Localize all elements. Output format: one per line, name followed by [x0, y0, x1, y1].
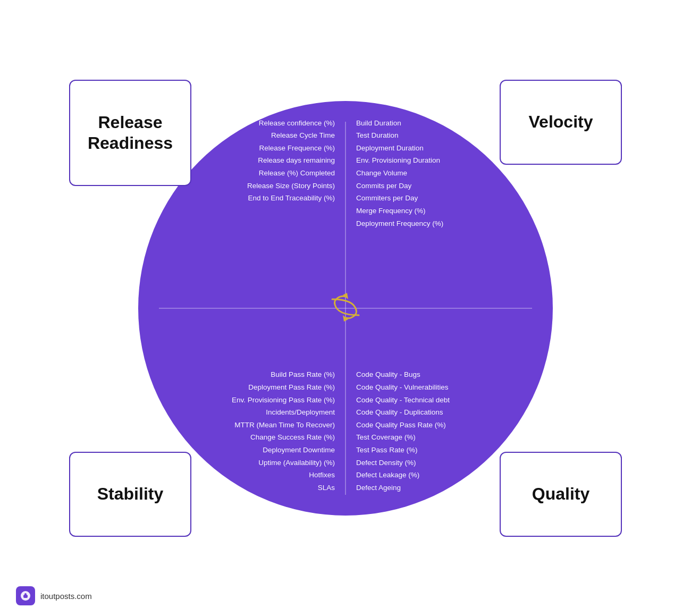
metric-v-9: Deployment Frequency (%): [356, 217, 443, 230]
velocity-label: Velocity: [529, 112, 593, 132]
metric-v-2: Test Duration: [356, 129, 399, 142]
metric-s-6: Change Success Rate (%): [250, 431, 335, 444]
corner-box-stability: Stability: [69, 452, 191, 537]
metric-s-7: Deployment Downtime: [263, 444, 335, 457]
metric-rr-5: Release (%) Completed: [259, 167, 335, 180]
metric-q-1: Code Quality - Bugs: [356, 368, 420, 381]
metric-v-7: Commiters per Day: [356, 192, 418, 205]
page-container: Release confidence (%) Release Cycle Tim…: [0, 0, 691, 616]
metric-s-8: Uptime (Availability) (%): [258, 457, 335, 469]
metric-v-1: Build Duration: [356, 117, 401, 130]
metric-q-3: Code Quality - Technical debt: [356, 394, 450, 407]
corner-box-release-readiness: Release Readiness: [69, 80, 191, 186]
metric-rr-7: End to End Traceability (%): [248, 192, 335, 205]
metric-q-4: Code Quality - Duplications: [356, 406, 443, 419]
metric-rr-1: Release confidence (%): [259, 117, 335, 130]
svg-rect-4: [24, 593, 27, 595]
metric-q-7: Test Pass Rate (%): [356, 444, 418, 457]
quality-label: Quality: [532, 484, 589, 504]
metric-v-8: Merge Frequency (%): [356, 205, 426, 217]
footer-domain: itoutposts.com: [40, 592, 92, 601]
metric-v-3: Deployment Duration: [356, 142, 424, 155]
metric-v-6: Commits per Day: [356, 180, 411, 192]
main-circle: Release confidence (%) Release Cycle Tim…: [138, 101, 553, 516]
metric-q-2: Code Quality - Vulnerabilities: [356, 381, 449, 394]
corner-box-quality: Quality: [500, 452, 622, 537]
metric-s-2: Deployment Pass Rate (%): [248, 381, 335, 394]
metric-q-10: Defect Ageing: [356, 482, 401, 494]
metric-q-6: Test Coverage (%): [356, 431, 416, 444]
metric-s-1: Build Pass Rate (%): [271, 368, 335, 381]
metric-q-5: Code Quality Pass Rate (%): [356, 419, 446, 432]
release-readiness-label: Release Readiness: [88, 112, 173, 153]
metric-rr-3: Release Frequence (%): [259, 142, 335, 155]
brand-icon: [16, 586, 35, 605]
diagram-area: Release confidence (%) Release Cycle Tim…: [53, 48, 638, 569]
metric-v-4: Env. Provisioning Duration: [356, 154, 440, 167]
metric-s-3: Env. Provisioning Pass Rate (%): [232, 394, 335, 407]
metric-s-5: MTTR (Mean Time To Recover): [234, 419, 335, 432]
footer: itoutposts.com: [16, 586, 92, 605]
metric-s-10: SLAs: [318, 482, 335, 494]
corner-box-velocity: Velocity: [500, 80, 622, 165]
metric-s-4: Incidents/Deployment: [266, 406, 335, 419]
metric-rr-2: Release Cycle Time: [271, 129, 335, 142]
stability-label: Stability: [97, 484, 163, 504]
metric-v-5: Change Volume: [356, 167, 407, 180]
metric-rr-6: Release Size (Story Points): [247, 180, 335, 192]
metric-s-9: Hotfixes: [309, 469, 335, 482]
metric-q-9: Defect Leakage (%): [356, 469, 419, 482]
metric-rr-4: Release days remaining: [258, 154, 335, 167]
metric-q-8: Defect Density (%): [356, 457, 416, 469]
center-arrow: [322, 289, 369, 328]
